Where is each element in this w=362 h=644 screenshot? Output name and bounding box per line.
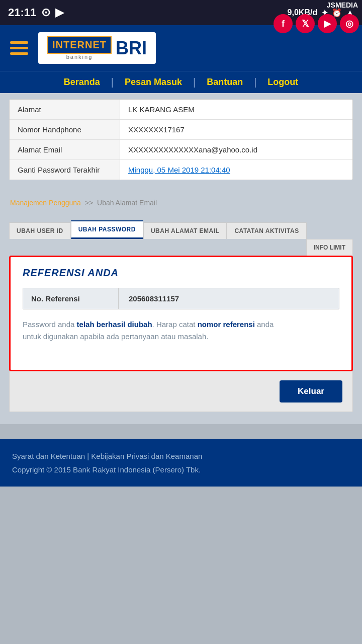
- logo-area: INTERNET banking BRI: [38, 32, 156, 64]
- facebook-icon[interactable]: f: [274, 14, 293, 33]
- msg-part3: anda: [255, 320, 274, 329]
- info-row-alamat: Alamat LK KARANG ASEM: [10, 100, 352, 120]
- hamburger-menu[interactable]: [10, 41, 28, 55]
- whatsapp-icon: ⊙: [41, 6, 50, 19]
- footer-line1: Syarat dan Ketentuan | Kebijakan Privasi…: [12, 449, 350, 463]
- reference-row: No. Referensi 205608311157: [23, 288, 339, 309]
- tabs-container: UBAH USER ID UBAH PASSWORD UBAH ALAMAT E…: [9, 220, 353, 256]
- email-value: XXXXXXXXXXXXXXana@yahoo.co.id: [120, 140, 352, 159]
- password-label: Ganti Password Terakhir: [10, 160, 120, 180]
- nav-logout[interactable]: Logout: [256, 77, 309, 88]
- breadcrumb-current: Ubah Alamat Email: [97, 199, 157, 207]
- video-icon: ▶: [55, 6, 64, 19]
- success-message: Password anda telah berhasil diubah. Har…: [23, 318, 339, 343]
- tab-ubah-alamat-email[interactable]: UBAH ALAMAT EMAIL: [143, 222, 227, 239]
- info-row-password: Ganti Password Terakhir Minggu, 05 Mei 2…: [10, 160, 352, 180]
- alamat-label: Alamat: [10, 100, 120, 119]
- status-left: 21:11 ⊙ ▶: [8, 6, 64, 19]
- nav-pesan-masuk[interactable]: Pesan Masuk: [114, 77, 193, 88]
- msg-part2: . Harap catat: [152, 320, 198, 329]
- email-label: Alamat Email: [10, 140, 120, 159]
- user-info-table: Alamat LK KARANG ASEM Nomor Handphone XX…: [9, 99, 353, 180]
- tab-catatan-aktivitas[interactable]: CATATAN AKTIVITAS: [227, 222, 306, 239]
- card-title: Referensi Anda: [23, 267, 339, 279]
- handphone-value: XXXXXXX17167: [120, 120, 352, 139]
- twitter-icon[interactable]: 𝕏: [296, 14, 315, 33]
- breadcrumb: Manajemen Pengguna >> Ubah Alamat Email: [10, 199, 157, 207]
- password-value[interactable]: Minggu, 05 Mei 2019 21:04:40: [120, 160, 352, 180]
- alamat-value: LK KARANG ASEM: [120, 100, 352, 119]
- action-area: Keluar: [9, 371, 353, 412]
- jsmedia-label: JSMEDIA: [323, 0, 362, 10]
- msg-bold1: telah berhasil diubah: [77, 320, 152, 329]
- main-content: Alamat LK KARANG ASEM Nomor Handphone XX…: [0, 93, 362, 424]
- logo-banking-text: banking: [66, 54, 93, 60]
- tab-ubah-user-id[interactable]: UBAH USER ID: [9, 222, 71, 239]
- logo-bri-text: BRI: [116, 38, 147, 59]
- tab-info-limit[interactable]: INFO LIMIT: [306, 239, 353, 256]
- ref-label: No. Referensi: [23, 288, 119, 309]
- handphone-label: Nomor Handphone: [10, 120, 120, 139]
- footer: Syarat dan Ketentuan | Kebijakan Privasi…: [0, 439, 362, 487]
- social-icons-row: f 𝕏 ▶ ◎: [274, 14, 362, 33]
- keluar-button[interactable]: Keluar: [280, 380, 342, 403]
- navigation-bar: Beranda | Pesan Masuk | Bantuan | Logout: [0, 71, 362, 93]
- breadcrumb-area: Manajemen Pengguna >> Ubah Alamat Email: [0, 191, 362, 210]
- msg-bold2: nomor referensi: [198, 320, 255, 329]
- youtube-icon[interactable]: ▶: [318, 14, 337, 33]
- ref-value: 205608311157: [119, 288, 189, 309]
- logo-internet-text: INTERNET: [47, 36, 112, 54]
- info-row-handphone: Nomor Handphone XXXXXXX17167: [10, 120, 352, 140]
- tab-ubah-password[interactable]: UBAH PASSWORD: [71, 220, 143, 239]
- footer-line2: Copyright © 2015 Bank Rakyat Indonesia (…: [12, 463, 350, 476]
- breadcrumb-parent[interactable]: Manajemen Pengguna: [10, 199, 81, 207]
- msg-part1: Password anda: [23, 320, 77, 329]
- msg-part4: untuk digunakan apabila ada pertanyaan a…: [23, 332, 208, 341]
- info-row-email: Alamat Email XXXXXXXXXXXXXXana@yahoo.co.…: [10, 140, 352, 160]
- nav-beranda[interactable]: Beranda: [53, 77, 111, 88]
- result-card: Referensi Anda No. Referensi 20560831115…: [9, 256, 353, 371]
- instagram-icon[interactable]: ◎: [340, 14, 359, 33]
- nav-bantuan[interactable]: Bantuan: [196, 77, 254, 88]
- time-display: 21:11: [8, 6, 36, 19]
